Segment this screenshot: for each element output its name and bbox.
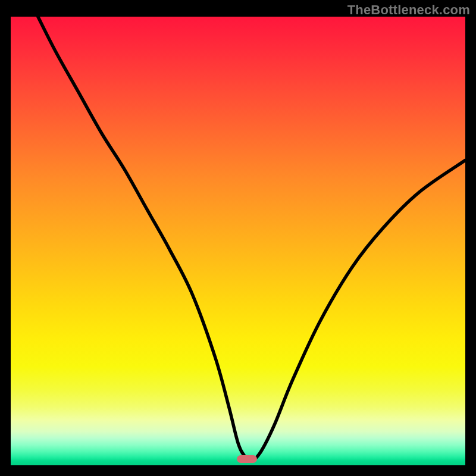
watermark-text: TheBottleneck.com <box>347 2 470 18</box>
optimal-marker <box>237 455 257 463</box>
chart-frame: TheBottleneck.com <box>0 0 476 476</box>
bottleneck-curve <box>11 17 465 465</box>
plot-area <box>11 17 465 465</box>
